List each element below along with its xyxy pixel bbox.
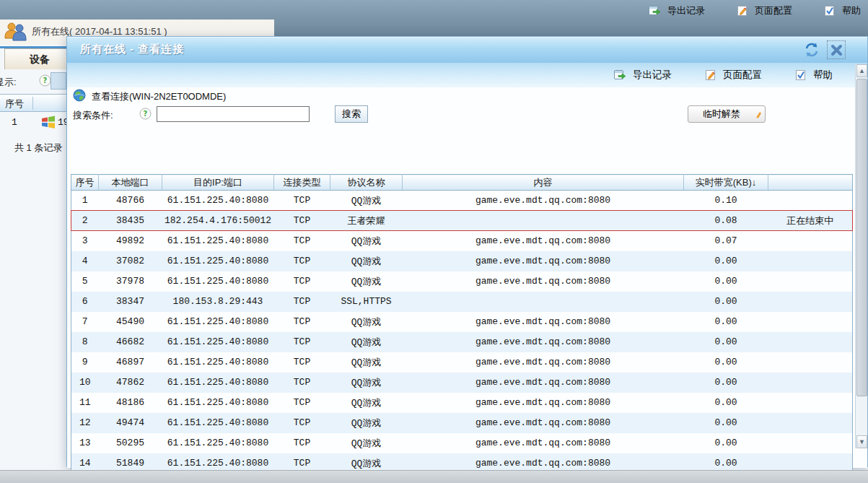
cell-dest: 61.151.225.40:8080 — [162, 231, 274, 251]
cell-status — [768, 373, 853, 393]
unban-pen-icon — [755, 110, 762, 121]
scroll-down-arrow[interactable]: ▼ — [856, 435, 867, 448]
cell-local_port: 37082 — [99, 251, 162, 271]
table-row[interactable]: 135029561.151.225.40:8080TCPQQ游戏game.eve… — [71, 433, 853, 453]
cell-status — [768, 271, 853, 292]
dialog-body: 查看连接(WIN-2N2ET0ODMDE) 搜索条件: ? 搜索 临时解禁 序号… — [67, 87, 867, 468]
column-header-4[interactable]: 协议名称 — [330, 175, 403, 191]
column-header-0[interactable]: 序号 — [71, 175, 99, 191]
scroll-up-arrow[interactable]: ▲ — [856, 64, 867, 77]
cell-conn_type: TCP — [274, 393, 330, 413]
display-select[interactable] — [51, 72, 66, 90]
cell-conn_type: TCP — [274, 191, 330, 211]
page-edit-icon — [737, 5, 748, 17]
cell-dest: 61.151.225.40:8080 — [162, 251, 274, 271]
cell-local_port: 49474 — [99, 413, 162, 433]
cell-local_port: 38347 — [99, 292, 162, 312]
cell-protocol: QQ游戏 — [330, 433, 403, 453]
export-records-button[interactable]: 导出记录 — [649, 4, 705, 17]
table-row[interactable]: 124947461.151.225.40:8080TCPQQ游戏game.eve… — [71, 413, 853, 433]
column-header-1[interactable]: 本地端口 — [99, 175, 162, 191]
cell-bandwidth: 0.00 — [684, 271, 768, 292]
cell-local_port: 46682 — [99, 332, 162, 352]
search-input[interactable] — [157, 106, 310, 122]
temporary-unban-button[interactable]: 临时解禁 — [688, 105, 766, 123]
connections-body: 14876661.151.225.40:8080TCPQQ游戏game.eve.… — [71, 191, 853, 483]
dialog-page-config-button[interactable]: 页面配置 — [705, 69, 762, 82]
column-header-7[interactable] — [768, 175, 853, 191]
cell-seq: 4 — [71, 251, 99, 271]
table-row[interactable]: 638347180.153.8.29:443TCPSSL,HTTPS0.00 — [71, 292, 853, 312]
cell-dest: 61.151.225.40:8080 — [162, 271, 274, 292]
cell-bandwidth: 0.00 — [684, 413, 768, 433]
cell-seq: 5 — [71, 271, 99, 292]
cell-local_port: 45490 — [99, 312, 162, 332]
dialog-help-button[interactable]: 帮助 — [795, 69, 833, 82]
cell-protocol: QQ游戏 — [330, 271, 403, 292]
close-icon[interactable] — [827, 40, 846, 59]
connections-table: 序号本地端口目的IP:端口连接类型协议名称内容实时带宽(KB)↓ 1487666… — [71, 174, 853, 483]
search-button[interactable]: 搜索 — [335, 105, 368, 123]
cell-bandwidth: 0.00 — [684, 292, 768, 312]
cell-local_port: 46897 — [99, 352, 162, 373]
table-row[interactable]: 74549061.151.225.40:8080TCPQQ游戏game.eve.… — [71, 312, 853, 332]
cell-local_port: 50295 — [99, 433, 162, 453]
table-row[interactable]: 43708261.151.225.40:8080TCPQQ游戏game.eve.… — [71, 251, 853, 271]
cell-protocol: QQ游戏 — [330, 332, 403, 352]
help-check-icon — [795, 69, 807, 81]
online-users-icon — [4, 21, 28, 45]
help-button[interactable]: 帮助 — [824, 4, 861, 17]
tab-device[interactable]: 设备 — [4, 48, 75, 69]
column-header-2[interactable]: 目的IP:端口 — [162, 175, 274, 191]
table-row[interactable]: 53797861.151.225.40:8080TCPQQ游戏game.eve.… — [71, 271, 853, 292]
scrollbar-thumb[interactable] — [856, 79, 867, 396]
cell-local_port: 48186 — [99, 393, 162, 413]
cell-dest: 182.254.4.176:50012 — [162, 211, 274, 231]
cell-content: game.eve.mdt.qq.com:8080 — [403, 373, 684, 393]
cell-content: game.eve.mdt.qq.com:8080 — [403, 433, 684, 453]
cell-dest: 61.151.225.40:8080 — [162, 413, 274, 433]
table-row[interactable]: 114818661.151.225.40:8080TCPQQ游戏game.eve… — [71, 393, 853, 413]
page-config-button[interactable]: 页面配置 — [737, 4, 792, 17]
cell-conn_type: TCP — [274, 271, 330, 292]
cell-conn_type: TCP — [274, 292, 330, 312]
column-header-5[interactable]: 内容 — [403, 175, 684, 191]
cell-bandwidth: 0.00 — [684, 312, 768, 332]
screen: 导出记录 页面配置 帮助 所有在线( 2017-04-11 13:51:51 )… — [0, 0, 868, 483]
cell-bandwidth: 0.07 — [684, 231, 768, 251]
cell-status — [768, 352, 853, 373]
dialog-export-records-button[interactable]: 导出记录 — [614, 69, 672, 82]
table-row[interactable]: 14876661.151.225.40:8080TCPQQ游戏game.eve.… — [71, 191, 853, 211]
cell-seq: 11 — [71, 393, 99, 413]
cell-bandwidth: 0.00 — [684, 352, 768, 373]
vertical-scrollbar[interactable]: ▲ ▼ — [855, 64, 867, 448]
table-row[interactable]: 34989261.151.225.40:8080TCPQQ游戏game.eve.… — [71, 231, 853, 251]
cell-conn_type: TCP — [274, 373, 330, 393]
column-header-6[interactable]: 实时带宽(KB)↓ — [684, 175, 768, 191]
cell-seq: 2 — [71, 211, 99, 231]
cell-protocol: QQ游戏 — [330, 312, 403, 332]
cell-status — [768, 191, 853, 211]
cell-seq: 12 — [71, 413, 99, 433]
search-help-icon[interactable]: ? — [139, 108, 152, 122]
connections-header-row: 序号本地端口目的IP:端口连接类型协议名称内容实时带宽(KB)↓ — [71, 175, 853, 191]
cell-bandwidth: 0.00 — [684, 373, 768, 393]
dialog-page-config-label: 页面配置 — [723, 69, 762, 82]
refresh-icon[interactable] — [804, 42, 820, 58]
temporary-unban-label: 临时解禁 — [703, 108, 740, 119]
dialog-titlebar[interactable]: 所有在线 - 查看连接 — [67, 37, 867, 63]
display-help-icon[interactable]: ? — [39, 74, 51, 89]
bg-seq-header: 序号 — [5, 97, 24, 110]
cell-status: 正在结束中 — [768, 211, 853, 231]
table-row[interactable]: 104786261.151.225.40:8080TCPQQ游戏game.eve… — [71, 373, 853, 393]
table-row[interactable]: 238435182.254.4.176:50012TCP王者荣耀0.08正在结束… — [71, 211, 853, 231]
cell-content: game.eve.mdt.qq.com:8080 — [403, 332, 684, 352]
table-row[interactable]: 94689761.151.225.40:8080TCPQQ游戏game.eve.… — [71, 352, 853, 373]
cell-local_port: 37978 — [99, 271, 162, 292]
svg-text:?: ? — [144, 110, 148, 118]
cell-conn_type: TCP — [274, 352, 330, 373]
cell-conn_type: TCP — [274, 211, 330, 231]
table-row[interactable]: 84668261.151.225.40:8080TCPQQ游戏game.eve.… — [71, 332, 853, 352]
column-header-3[interactable]: 连接类型 — [274, 175, 330, 191]
help-label: 帮助 — [842, 4, 861, 17]
